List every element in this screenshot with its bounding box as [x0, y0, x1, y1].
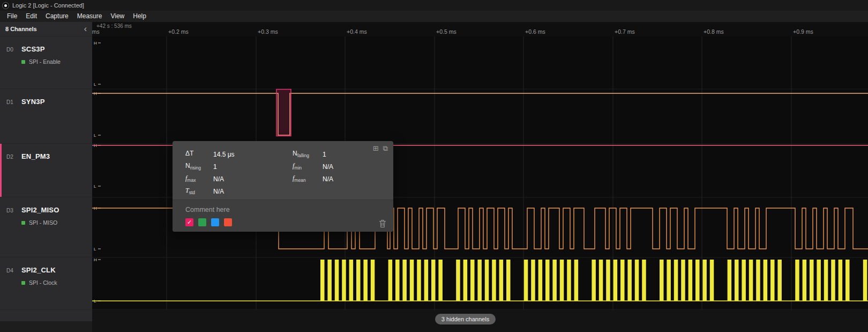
- color-swatches: ✓: [185, 218, 393, 226]
- analyzer-label: SPI - Enable: [29, 58, 61, 65]
- sidebar-footer: [0, 321, 92, 332]
- stat-label: Nfalling: [293, 150, 323, 158]
- color-swatch[interactable]: [211, 218, 219, 226]
- stat-value: N/A: [213, 188, 293, 195]
- svg-text:L: L: [94, 133, 96, 138]
- channel-name: SPI2_MISO: [21, 206, 59, 214]
- channel-name: SCS3P: [21, 45, 45, 53]
- comment-section: ✓: [173, 200, 393, 232]
- timeline-tick-label: +0.5 ms: [436, 28, 457, 35]
- measurement-popup: ΔT 14.5 μs Nfalling 1 Nrising 1 fmin N/A…: [173, 141, 393, 232]
- analyzer-label: SPI - Clock: [29, 279, 57, 286]
- menu-help[interactable]: Help: [129, 11, 151, 22]
- color-swatch[interactable]: [198, 218, 206, 226]
- stat-value: N/A: [323, 175, 381, 183]
- menu-bar: File Edit Capture Measure View Help: [0, 11, 868, 22]
- channel-color-stripe: [0, 144, 2, 197]
- channel-item-d2[interactable]: D2 EN_PM3: [0, 144, 92, 197]
- title-bar: Logic 2 [Logic - Connected]: [0, 0, 868, 11]
- hidden-channels-button[interactable]: 3 hidden channels: [435, 314, 496, 324]
- svg-text:L: L: [94, 184, 96, 189]
- timeline-tick-label: +0.9 ms: [793, 28, 813, 35]
- sidebar-header: 8 Channels ‹: [0, 22, 92, 36]
- channels-count-label: 8 Channels: [5, 26, 37, 32]
- app-icon: [2, 2, 9, 9]
- timeline-tick-label: +0.4 ms: [347, 28, 367, 35]
- menu-capture[interactable]: Capture: [41, 11, 73, 22]
- stat-label: Tstd: [185, 187, 213, 195]
- menu-view[interactable]: View: [106, 11, 129, 22]
- channel-id: D1: [6, 99, 16, 105]
- stat-value: 1: [213, 163, 293, 171]
- stat-value: N/A: [323, 163, 381, 171]
- logic2-window: Logic 2 [Logic - Connected] File Edit Ca…: [0, 0, 868, 332]
- timeline-tick-label: +0.1 ms: [92, 28, 100, 35]
- timeline-tick-label: +0.8 ms: [704, 28, 724, 35]
- channel-sidebar: 8 Channels ‹ D0 SCS3P SPI - Enable D1 SY…: [0, 22, 92, 321]
- svg-text:H: H: [94, 257, 97, 262]
- menu-file[interactable]: File: [3, 11, 21, 22]
- comment-input[interactable]: [185, 206, 362, 213]
- stat-label: fmean: [293, 174, 323, 183]
- timeline-ruler[interactable]: +42 s : 536 ms +0.1 ms+0.2 ms+0.3 ms+0.4…: [92, 22, 868, 36]
- channel-id: D3: [6, 208, 16, 213]
- channel-item-d0[interactable]: D0 SCS3P SPI - Enable: [0, 36, 92, 89]
- channel-item-d3[interactable]: D3 SPI2_MISO SPI - MISO: [0, 197, 92, 257]
- stat-value: N/A: [213, 175, 293, 183]
- menu-edit[interactable]: Edit: [21, 11, 41, 22]
- channel-id: D0: [6, 47, 16, 53]
- channel-id: D4: [6, 268, 16, 274]
- bottom-strip: 3 hidden channels: [92, 310, 868, 332]
- analyzer-dot-icon: [21, 60, 25, 64]
- copy-measurement-icon[interactable]: ⧉: [383, 145, 388, 152]
- measurement-stats-grid: ΔT 14.5 μs Nfalling 1 Nrising 1 fmin N/A…: [185, 148, 393, 197]
- timeline-tick-label: +0.6 ms: [525, 28, 545, 35]
- window-title: Logic 2 [Logic - Connected]: [12, 2, 84, 9]
- color-swatch[interactable]: [224, 218, 232, 226]
- stat-value: 14.5 μs: [213, 151, 293, 158]
- timeline-tick-label: +0.7 ms: [615, 28, 635, 35]
- analyzer-label: SPI - MISO: [29, 219, 57, 226]
- stat-label: Nrising: [185, 162, 213, 171]
- stat-label: fmin: [293, 162, 323, 171]
- channel-name: SYN3P: [21, 98, 45, 106]
- svg-text:L: L: [94, 247, 96, 252]
- channel-item-d4[interactable]: D4 SPI2_CLK SPI - Clock: [0, 257, 92, 310]
- svg-text:L: L: [94, 82, 96, 87]
- channel-item-d1[interactable]: D1 SYN3P: [0, 89, 92, 144]
- analyzer-dot-icon: [21, 281, 25, 285]
- svg-text:H: H: [94, 41, 97, 46]
- timeline-tick-label: +0.2 ms: [168, 28, 189, 35]
- timeline-tick-label: +0.3 ms: [258, 28, 278, 35]
- trash-icon[interactable]: [379, 219, 386, 228]
- color-swatch[interactable]: ✓: [185, 218, 193, 226]
- menu-measure[interactable]: Measure: [73, 11, 107, 22]
- measurement-stats-section: ΔT 14.5 μs Nfalling 1 Nrising 1 fmin N/A…: [173, 141, 393, 200]
- channel-name: SPI2_CLK: [21, 266, 56, 274]
- channel-id: D2: [6, 154, 16, 160]
- stat-label: fmax: [185, 174, 213, 183]
- pin-measurement-icon[interactable]: ⊞: [373, 145, 379, 152]
- stat-label: ΔT: [185, 150, 213, 158]
- absolute-time-label: +42 s : 536 ms: [96, 23, 132, 29]
- channel-name: EN_PM3: [21, 152, 50, 160]
- collapse-sidebar-icon[interactable]: ‹: [84, 25, 87, 33]
- analyzer-dot-icon: [21, 221, 25, 225]
